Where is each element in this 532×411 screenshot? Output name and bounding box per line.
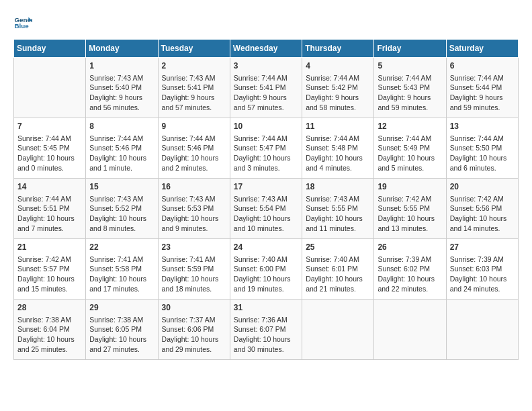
- calendar-cell: 3Sunrise: 7:44 AM Sunset: 5:41 PM Daylig…: [230, 58, 302, 118]
- calendar-cell: 9Sunrise: 7:44 AM Sunset: 5:46 PM Daylig…: [158, 118, 230, 179]
- day-number: 1: [89, 60, 154, 72]
- day-number: 17: [234, 181, 298, 193]
- day-info: Sunrise: 7:44 AM Sunset: 5:46 PM Dayligh…: [162, 134, 226, 173]
- day-info: Sunrise: 7:44 AM Sunset: 5:43 PM Dayligh…: [378, 73, 442, 113]
- day-number: 29: [89, 302, 154, 314]
- day-info: Sunrise: 7:44 AM Sunset: 5:48 PM Dayligh…: [306, 134, 370, 173]
- day-number: 31: [234, 302, 298, 314]
- calendar-cell: 14Sunrise: 7:44 AM Sunset: 5:51 PM Dayli…: [14, 179, 86, 239]
- day-number: 3: [234, 60, 298, 72]
- day-info: Sunrise: 7:43 AM Sunset: 5:41 PM Dayligh…: [162, 73, 226, 113]
- calendar-cell: 5Sunrise: 7:44 AM Sunset: 5:43 PM Daylig…: [374, 58, 446, 118]
- calendar-cell: 4Sunrise: 7:44 AM Sunset: 5:42 PM Daylig…: [302, 58, 374, 118]
- calendar-cell: 13Sunrise: 7:44 AM Sunset: 5:50 PM Dayli…: [446, 118, 518, 179]
- day-info: Sunrise: 7:44 AM Sunset: 5:46 PM Dayligh…: [89, 134, 154, 173]
- day-number: 19: [378, 181, 442, 193]
- day-info: Sunrise: 7:43 AM Sunset: 5:54 PM Dayligh…: [234, 194, 298, 234]
- day-info: Sunrise: 7:38 AM Sunset: 6:04 PM Dayligh…: [17, 315, 82, 355]
- day-number: 23: [162, 242, 226, 253]
- day-info: Sunrise: 7:39 AM Sunset: 6:03 PM Dayligh…: [450, 255, 515, 294]
- logo-icon: General Blue: [13, 13, 32, 32]
- calendar-cell: 29Sunrise: 7:38 AM Sunset: 6:05 PM Dayli…: [86, 300, 158, 360]
- day-info: Sunrise: 7:38 AM Sunset: 6:05 PM Dayligh…: [89, 315, 154, 355]
- calendar-body: 1Sunrise: 7:43 AM Sunset: 5:40 PM Daylig…: [14, 58, 519, 360]
- day-info: Sunrise: 7:44 AM Sunset: 5:42 PM Dayligh…: [306, 73, 370, 113]
- calendar-header: SundayMondayTuesdayWednesdayThursdayFrid…: [14, 40, 519, 58]
- day-number: 4: [306, 60, 370, 72]
- calendar-cell: 12Sunrise: 7:44 AM Sunset: 5:49 PM Dayli…: [374, 118, 446, 179]
- weekday-header-row: SundayMondayTuesdayWednesdayThursdayFrid…: [14, 40, 519, 58]
- day-info: Sunrise: 7:43 AM Sunset: 5:53 PM Dayligh…: [162, 194, 226, 234]
- calendar-cell: 8Sunrise: 7:44 AM Sunset: 5:46 PM Daylig…: [86, 118, 158, 179]
- day-number: 14: [17, 181, 82, 193]
- calendar-cell: [14, 58, 86, 118]
- day-number: 9: [162, 121, 226, 132]
- day-number: 24: [234, 242, 298, 253]
- calendar-cell: 22Sunrise: 7:41 AM Sunset: 5:58 PM Dayli…: [86, 239, 158, 300]
- day-number: 28: [17, 302, 82, 314]
- day-number: 12: [378, 121, 442, 132]
- calendar-cell: 10Sunrise: 7:44 AM Sunset: 5:47 PM Dayli…: [230, 118, 302, 179]
- logo: General Blue: [13, 13, 32, 32]
- day-info: Sunrise: 7:43 AM Sunset: 5:55 PM Dayligh…: [306, 194, 370, 234]
- day-number: 30: [162, 302, 226, 314]
- calendar-week-row: 7Sunrise: 7:44 AM Sunset: 5:45 PM Daylig…: [14, 118, 519, 179]
- calendar-cell: 21Sunrise: 7:42 AM Sunset: 5:57 PM Dayli…: [14, 239, 86, 300]
- calendar-cell: 19Sunrise: 7:42 AM Sunset: 5:55 PM Dayli…: [374, 179, 446, 239]
- day-info: Sunrise: 7:44 AM Sunset: 5:51 PM Dayligh…: [17, 194, 82, 234]
- day-number: 2: [162, 60, 226, 72]
- day-number: 10: [234, 121, 298, 132]
- day-number: 27: [450, 242, 515, 253]
- day-info: Sunrise: 7:41 AM Sunset: 5:58 PM Dayligh…: [89, 255, 154, 294]
- day-info: Sunrise: 7:39 AM Sunset: 6:02 PM Dayligh…: [378, 255, 442, 294]
- day-info: Sunrise: 7:41 AM Sunset: 5:59 PM Dayligh…: [162, 255, 226, 294]
- weekday-header-monday: Monday: [86, 40, 158, 58]
- day-info: Sunrise: 7:40 AM Sunset: 6:00 PM Dayligh…: [234, 255, 298, 294]
- calendar-cell: 17Sunrise: 7:43 AM Sunset: 5:54 PM Dayli…: [230, 179, 302, 239]
- day-info: Sunrise: 7:42 AM Sunset: 5:56 PM Dayligh…: [450, 194, 515, 234]
- day-number: 22: [89, 242, 154, 253]
- day-info: Sunrise: 7:36 AM Sunset: 6:07 PM Dayligh…: [234, 315, 298, 355]
- day-number: 25: [306, 242, 370, 253]
- calendar-week-row: 21Sunrise: 7:42 AM Sunset: 5:57 PM Dayli…: [14, 239, 519, 300]
- weekday-header-thursday: Thursday: [302, 40, 374, 58]
- weekday-header-wednesday: Wednesday: [230, 40, 302, 58]
- day-info: Sunrise: 7:44 AM Sunset: 5:47 PM Dayligh…: [234, 134, 298, 173]
- day-info: Sunrise: 7:40 AM Sunset: 6:01 PM Dayligh…: [306, 255, 370, 294]
- day-number: 18: [306, 181, 370, 193]
- calendar-cell: 25Sunrise: 7:40 AM Sunset: 6:01 PM Dayli…: [302, 239, 374, 300]
- day-info: Sunrise: 7:44 AM Sunset: 5:44 PM Dayligh…: [450, 73, 515, 113]
- calendar-cell: 28Sunrise: 7:38 AM Sunset: 6:04 PM Dayli…: [14, 300, 86, 360]
- calendar-week-row: 14Sunrise: 7:44 AM Sunset: 5:51 PM Dayli…: [14, 179, 519, 239]
- day-number: 7: [17, 121, 82, 132]
- day-info: Sunrise: 7:44 AM Sunset: 5:45 PM Dayligh…: [17, 134, 82, 173]
- day-info: Sunrise: 7:44 AM Sunset: 5:41 PM Dayligh…: [234, 73, 298, 113]
- day-info: Sunrise: 7:37 AM Sunset: 6:06 PM Dayligh…: [162, 315, 226, 355]
- calendar-cell: 23Sunrise: 7:41 AM Sunset: 5:59 PM Dayli…: [158, 239, 230, 300]
- calendar-cell: [374, 300, 446, 360]
- calendar-cell: 16Sunrise: 7:43 AM Sunset: 5:53 PM Dayli…: [158, 179, 230, 239]
- day-number: 26: [378, 242, 442, 253]
- day-info: Sunrise: 7:42 AM Sunset: 5:55 PM Dayligh…: [378, 194, 442, 234]
- day-number: 16: [162, 181, 226, 193]
- day-number: 21: [17, 242, 82, 253]
- page-header: General Blue: [13, 13, 519, 32]
- day-number: 8: [89, 121, 154, 132]
- calendar-cell: 30Sunrise: 7:37 AM Sunset: 6:06 PM Dayli…: [158, 300, 230, 360]
- calendar-cell: 20Sunrise: 7:42 AM Sunset: 5:56 PM Dayli…: [446, 179, 518, 239]
- calendar-cell: 31Sunrise: 7:36 AM Sunset: 6:07 PM Dayli…: [230, 300, 302, 360]
- day-number: 5: [378, 60, 442, 72]
- calendar-cell: 26Sunrise: 7:39 AM Sunset: 6:02 PM Dayli…: [374, 239, 446, 300]
- calendar-week-row: 1Sunrise: 7:43 AM Sunset: 5:40 PM Daylig…: [14, 58, 519, 118]
- calendar-cell: 18Sunrise: 7:43 AM Sunset: 5:55 PM Dayli…: [302, 179, 374, 239]
- day-info: Sunrise: 7:43 AM Sunset: 5:40 PM Dayligh…: [89, 73, 154, 113]
- calendar-cell: 7Sunrise: 7:44 AM Sunset: 5:45 PM Daylig…: [14, 118, 86, 179]
- calendar-cell: [446, 300, 518, 360]
- calendar-week-row: 28Sunrise: 7:38 AM Sunset: 6:04 PM Dayli…: [14, 300, 519, 360]
- calendar-cell: [302, 300, 374, 360]
- day-info: Sunrise: 7:43 AM Sunset: 5:52 PM Dayligh…: [89, 194, 154, 234]
- day-number: 11: [306, 121, 370, 132]
- calendar-cell: 6Sunrise: 7:44 AM Sunset: 5:44 PM Daylig…: [446, 58, 518, 118]
- day-info: Sunrise: 7:44 AM Sunset: 5:49 PM Dayligh…: [378, 134, 442, 173]
- day-info: Sunrise: 7:42 AM Sunset: 5:57 PM Dayligh…: [17, 255, 82, 294]
